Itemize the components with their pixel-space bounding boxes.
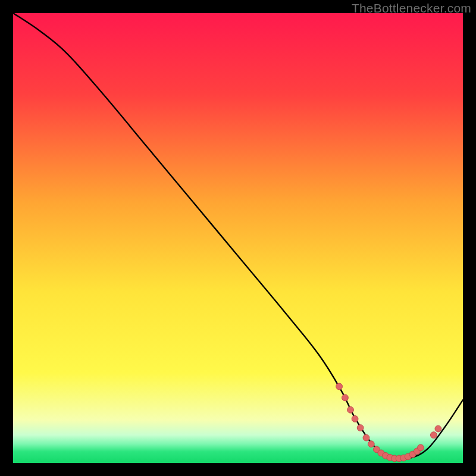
chart-svg	[13, 13, 463, 463]
chart-frame: TheBottlenecker.com	[0, 0, 476, 476]
watermark-text: TheBottlenecker.com	[352, 1, 471, 15]
highlight-dot	[336, 383, 343, 390]
highlight-dot	[430, 432, 437, 439]
plot-area	[13, 13, 463, 463]
highlight-dot	[363, 434, 369, 441]
highlight-dot	[342, 394, 349, 401]
highlight-dot	[418, 444, 424, 451]
highlight-dot	[368, 441, 374, 447]
highlight-dot	[357, 425, 364, 431]
highlight-dot	[352, 416, 358, 422]
highlight-dot	[347, 406, 354, 413]
gradient-background	[13, 13, 463, 463]
highlight-dot	[435, 425, 441, 432]
